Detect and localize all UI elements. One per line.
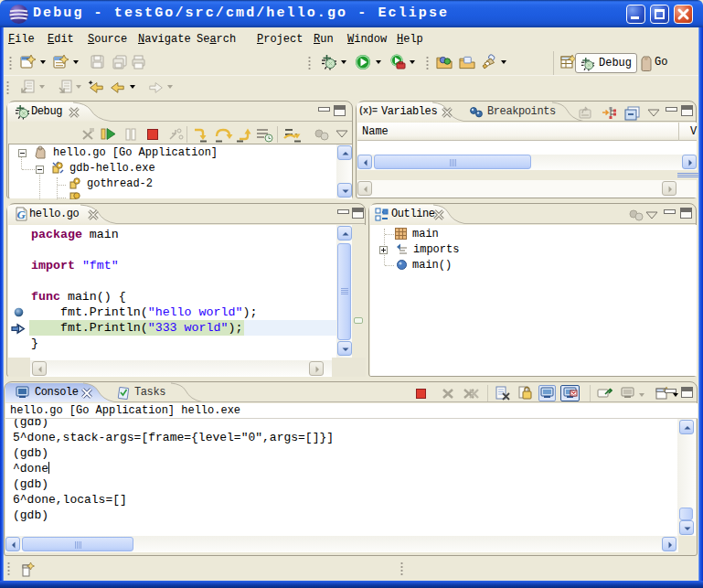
svg-text:G: G xyxy=(17,208,27,221)
